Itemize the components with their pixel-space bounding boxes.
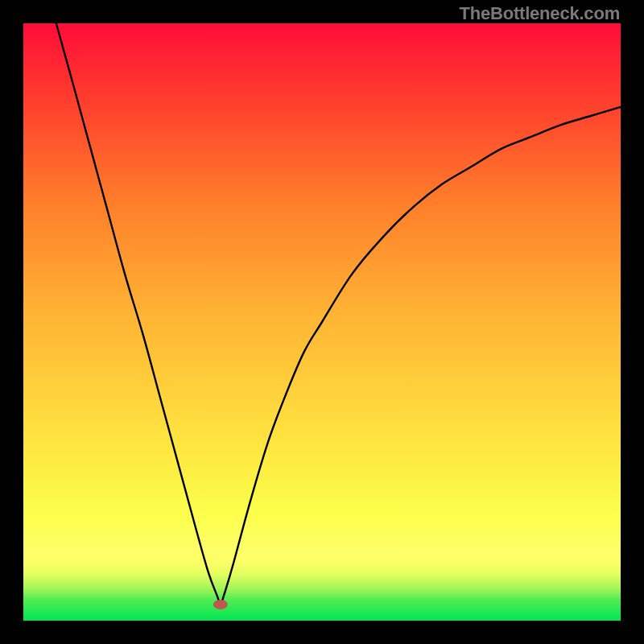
chart-container: TheBottleneck.com (0, 0, 644, 644)
chart-svg (23, 23, 621, 621)
curve-minimum-marker (213, 600, 228, 609)
source-caption: TheBottleneck.com (459, 3, 620, 24)
plot-area (23, 23, 621, 621)
